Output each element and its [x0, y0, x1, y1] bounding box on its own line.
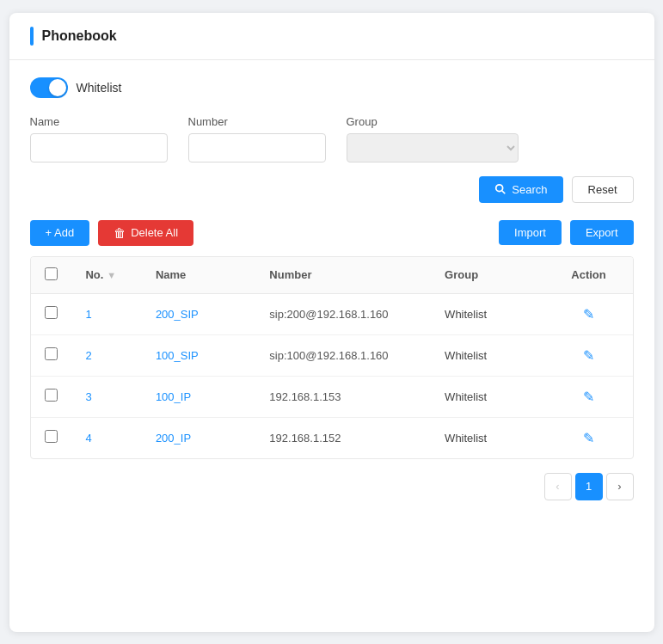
header-no: No. ▼	[71, 257, 142, 294]
row-action: ✎	[545, 334, 633, 376]
row-checkbox-cell	[31, 293, 72, 334]
row-action: ✎	[545, 293, 633, 334]
toggle-slider	[30, 77, 68, 98]
row-checkbox-1[interactable]	[45, 347, 58, 360]
search-button[interactable]: Search	[479, 176, 562, 203]
table-body: 1 200_SIP sip:200@192.168.1.160 Whitelis…	[31, 293, 633, 458]
row-group: Whitelist	[431, 417, 544, 458]
row-no: 1	[71, 293, 142, 334]
table-row: 3 100_IP 192.168.1.153 Whitelist ✎	[31, 376, 633, 417]
toolbar-row: + Add 🗑 Delete All Import Export	[30, 220, 634, 246]
table-header-row: No. ▼ Name Number Group Action	[31, 257, 633, 294]
row-checkbox-2[interactable]	[45, 389, 58, 402]
name-input[interactable]	[30, 133, 168, 163]
add-button[interactable]: + Add	[30, 220, 90, 246]
phonebook-card: Phonebook Whitelist Name Number Group	[9, 13, 654, 632]
toolbar-left: + Add 🗑 Delete All	[30, 220, 194, 246]
pagination-row: ‹ 1 ›	[30, 473, 634, 500]
page-1-button[interactable]: 1	[575, 473, 603, 500]
row-checkbox-cell	[31, 417, 72, 458]
search-icon	[494, 183, 506, 195]
row-number: 192.168.1.153	[255, 376, 431, 417]
row-action: ✎	[545, 417, 633, 458]
row-group: Whitelist	[431, 376, 544, 417]
reset-button[interactable]: Reset	[572, 176, 634, 203]
header-name: Name	[142, 257, 255, 294]
row-name: 100_IP	[142, 376, 255, 417]
row-name: 100_SIP	[142, 334, 255, 376]
group-filter-label: Group	[347, 115, 519, 128]
page-title: Phonebook	[42, 28, 117, 44]
table-row: 4 200_IP 192.168.1.152 Whitelist ✎	[31, 417, 633, 458]
row-no: 2	[71, 334, 142, 376]
next-page-button[interactable]: ›	[606, 473, 634, 500]
number-input[interactable]	[188, 133, 326, 163]
accent-bar	[30, 27, 34, 46]
row-no: 4	[71, 417, 142, 458]
import-button[interactable]: Import	[499, 220, 562, 245]
row-group: Whitelist	[431, 334, 544, 376]
edit-icon-2[interactable]: ✎	[583, 389, 594, 404]
phonebook-table-wrap: No. ▼ Name Number Group Action 1 20	[30, 256, 634, 459]
delete-all-button[interactable]: 🗑 Delete All	[98, 220, 193, 246]
prev-page-button[interactable]: ‹	[544, 473, 572, 500]
filters-row: Name Number Group	[30, 115, 634, 163]
header-no-label: No.	[85, 268, 103, 281]
card-body: Whitelist Name Number Group	[9, 60, 654, 518]
table-row: 2 100_SIP sip:100@192.168.1.160 Whitelis…	[31, 334, 633, 376]
svg-line-1	[502, 191, 506, 194]
row-number: 192.168.1.152	[255, 417, 431, 458]
edit-icon-0[interactable]: ✎	[583, 307, 594, 322]
table-row: 1 200_SIP sip:200@192.168.1.160 Whitelis…	[31, 293, 633, 334]
toolbar-right: Import Export	[499, 220, 633, 245]
row-checkbox-cell	[31, 376, 72, 417]
name-filter-label: Name	[30, 115, 168, 128]
edit-icon-1[interactable]: ✎	[583, 348, 594, 363]
trash-icon: 🗑	[114, 226, 126, 240]
row-name: 200_SIP	[142, 293, 255, 334]
edit-icon-3[interactable]: ✎	[583, 431, 594, 445]
whitelist-toggle[interactable]	[30, 77, 68, 98]
number-filter-label: Number	[188, 115, 326, 128]
export-button[interactable]: Export	[570, 220, 634, 245]
header-action: Action	[545, 257, 633, 294]
header-group: Group	[431, 257, 544, 294]
row-checkbox-3[interactable]	[45, 430, 58, 443]
row-group: Whitelist	[431, 293, 544, 334]
header-checkbox-cell	[31, 257, 72, 294]
name-filter-group: Name	[30, 115, 168, 163]
row-checkbox-cell	[31, 334, 72, 376]
card-header: Phonebook	[9, 13, 654, 60]
row-name: 200_IP	[142, 417, 255, 458]
group-filter-group: Group	[347, 115, 519, 163]
svg-point-0	[496, 185, 503, 192]
toggle-row: Whitelist	[30, 77, 634, 98]
row-no: 3	[71, 376, 142, 417]
header-number: Number	[255, 257, 431, 294]
whitelist-label: Whitelist	[77, 81, 122, 95]
group-select[interactable]	[347, 133, 519, 163]
row-number: sip:200@192.168.1.160	[255, 293, 431, 334]
phonebook-table: No. ▼ Name Number Group Action 1 20	[31, 257, 633, 458]
search-reset-row: Search Reset	[30, 176, 634, 203]
row-action: ✎	[545, 376, 633, 417]
row-number: sip:100@192.168.1.160	[255, 334, 431, 376]
number-filter-group: Number	[188, 115, 326, 163]
select-all-checkbox[interactable]	[45, 267, 58, 280]
row-checkbox-0[interactable]	[45, 306, 58, 319]
sort-icon: ▼	[107, 270, 116, 280]
